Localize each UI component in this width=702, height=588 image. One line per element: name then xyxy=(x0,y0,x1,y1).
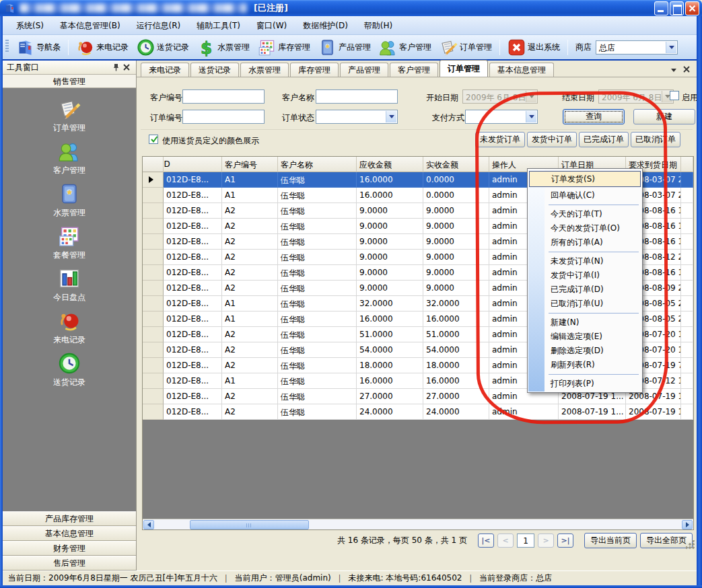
sidebar-item-chart-bars[interactable]: 今日盘点 xyxy=(3,267,136,309)
context-menu-item[interactable]: 新建(N) xyxy=(528,316,642,330)
sidebar-item-customers-people[interactable]: 客户管理 xyxy=(3,140,136,182)
start-date-picker[interactable]: 2009年 6月 8日 xyxy=(462,89,538,104)
prev-page-button[interactable]: < xyxy=(497,534,514,548)
row-selector[interactable] xyxy=(143,327,164,342)
menubar-item[interactable]: 运行信息(R) xyxy=(129,18,189,33)
customer-name-input[interactable] xyxy=(316,89,398,104)
grid-column-header[interactable]: 应收金额 xyxy=(357,157,423,172)
status-filter-button[interactable]: 未发货订单 xyxy=(475,132,525,147)
shop-select[interactable]: 总店 xyxy=(596,40,678,54)
context-menu-item[interactable]: 所有的订单(A) xyxy=(528,235,642,250)
toolbar-button-customers-people[interactable]: 客户管理 xyxy=(375,37,435,58)
row-selector[interactable] xyxy=(143,234,164,250)
row-selector[interactable] xyxy=(143,172,164,188)
scroll-left-icon[interactable] xyxy=(143,520,154,529)
sidebar-section-bar[interactable]: 售后管理 xyxy=(3,556,136,571)
tab-产品管理[interactable]: 产品管理 xyxy=(340,63,388,77)
resize-grip[interactable] xyxy=(686,540,695,549)
row-selector[interactable] xyxy=(143,265,164,281)
row-selector[interactable] xyxy=(143,389,164,404)
menubar-item[interactable]: 辅助工具(T) xyxy=(188,18,248,33)
toolbar-button-delivery-clock[interactable]: 送货记录 xyxy=(133,37,193,58)
last-page-button[interactable]: >| xyxy=(557,534,573,548)
new-button[interactable]: 新建 xyxy=(633,109,695,124)
export-all-pages-button[interactable]: 导出全部页 xyxy=(640,533,693,548)
tab-订单管理[interactable]: 订单管理 xyxy=(440,60,488,77)
row-selector[interactable] xyxy=(143,296,164,311)
tab-水票管理[interactable]: 水票管理 xyxy=(240,63,289,77)
sidebar-item-order-pen[interactable]: 订单管理 xyxy=(3,98,136,140)
context-menu-item[interactable]: 打印列表(P) xyxy=(528,377,642,391)
row-selector[interactable] xyxy=(143,373,164,389)
row-selector[interactable] xyxy=(143,203,164,219)
toolbar-button-order-pen[interactable]: 订单管理 xyxy=(435,37,496,58)
end-date-picker[interactable]: 2009年 6月 8日 xyxy=(598,89,674,104)
pin-icon[interactable] xyxy=(110,62,121,73)
menubar-item[interactable]: 窗口(W) xyxy=(248,18,295,33)
close-icon[interactable] xyxy=(121,62,132,73)
tab-list-dropdown-icon[interactable] xyxy=(671,69,676,72)
grid-column-header[interactable]: 客户编号 xyxy=(222,157,278,172)
order-status-select[interactable] xyxy=(316,110,398,124)
menubar-item[interactable]: 系统(S) xyxy=(8,18,52,33)
toolbar-button-dollar[interactable]: $水票管理 xyxy=(193,37,254,58)
toolbar-grip[interactable] xyxy=(5,40,9,53)
status-filter-button[interactable]: 发货中订单 xyxy=(527,132,577,147)
scroll-right-icon[interactable] xyxy=(682,520,693,529)
start-date-arrow[interactable] xyxy=(526,91,536,102)
sidebar-section-sales[interactable]: 销售管理 xyxy=(3,75,136,88)
sidebar-item-inventory-grid[interactable]: 套餐管理 xyxy=(3,225,136,267)
export-current-page-button[interactable]: 导出当前页 xyxy=(584,533,637,548)
row-selector[interactable] xyxy=(143,311,164,327)
status-filter-button[interactable]: 已完成订单 xyxy=(579,132,629,147)
horizontal-scrollbar[interactable] xyxy=(143,519,693,529)
row-selector[interactable] xyxy=(143,342,164,358)
scrollbar-thumb[interactable] xyxy=(190,520,309,529)
first-page-button[interactable]: |< xyxy=(478,534,494,548)
context-menu-item[interactable]: 已取消订单(U) xyxy=(528,297,642,311)
toolbar-button-product-book[interactable]: 产品管理 xyxy=(314,37,375,58)
sidebar-section-bar[interactable]: 产品库存管理 xyxy=(3,511,136,526)
menubar-item[interactable]: 基本信息管理(B) xyxy=(52,18,129,33)
close-button[interactable] xyxy=(685,1,699,15)
toolbar-button-exit-x[interactable]: 退出系统 xyxy=(503,37,564,58)
context-menu-item[interactable]: 今天的订单(T) xyxy=(528,207,642,221)
shop-select-arrow[interactable] xyxy=(666,42,676,53)
toolbar-button-call-bell[interactable]: 来电记录 xyxy=(72,37,133,58)
row-selector[interactable] xyxy=(143,358,164,373)
sidebar-item-ticket-card[interactable]: 水票管理 xyxy=(3,182,136,225)
page-number-input[interactable] xyxy=(517,534,534,548)
next-page-button[interactable]: > xyxy=(538,534,554,548)
status-filter-button[interactable]: 已取消订单 xyxy=(631,132,680,147)
toolbar-button-navbar-book[interactable]: 导航条 xyxy=(12,37,65,58)
row-selector[interactable] xyxy=(143,188,164,203)
order-status-arrow[interactable] xyxy=(386,111,396,122)
order-code-input[interactable] xyxy=(182,110,265,124)
enable-checkbox[interactable] xyxy=(670,91,679,100)
sidebar-item-call-bell[interactable]: 来电记录 xyxy=(3,309,136,352)
row-selector[interactable] xyxy=(143,281,164,296)
tab-来电记录[interactable]: 来电记录 xyxy=(141,63,189,77)
context-menu-item[interactable]: 回单确认(C) xyxy=(528,188,642,203)
pay-method-arrow[interactable] xyxy=(526,111,536,122)
grid-column-header[interactable]: 实收金额 xyxy=(423,157,489,172)
sidebar-section-bar[interactable]: 财务管理 xyxy=(3,541,136,556)
minimize-button[interactable] xyxy=(654,1,668,15)
row-selector[interactable] xyxy=(143,250,164,265)
toolbar-button-inventory-grid[interactable]: 库存管理 xyxy=(254,37,314,58)
context-menu-item[interactable]: 今天的发货订单(O) xyxy=(528,221,642,235)
menubar-item[interactable]: 帮助(H) xyxy=(356,18,400,33)
row-selector[interactable] xyxy=(143,404,164,420)
sidebar-item-delivery-clock[interactable]: 送货记录 xyxy=(3,352,136,394)
sidebar-section-bar[interactable]: 基本信息管理 xyxy=(3,526,136,541)
query-button[interactable]: 查询 xyxy=(563,109,625,124)
context-menu-item[interactable]: 未发货订单(N) xyxy=(528,254,642,268)
maximize-button[interactable] xyxy=(670,1,684,15)
customer-code-input[interactable] xyxy=(182,89,265,104)
tab-close-icon[interactable] xyxy=(683,65,690,75)
context-menu-item[interactable]: 刷新列表(R) xyxy=(528,358,642,372)
pay-method-select[interactable] xyxy=(465,110,538,124)
grid-column-header[interactable]: ID xyxy=(164,157,222,172)
context-menu-item[interactable]: 订单发货(S) xyxy=(529,171,641,187)
context-menu-item[interactable]: 编辑选定项(E) xyxy=(528,330,642,344)
